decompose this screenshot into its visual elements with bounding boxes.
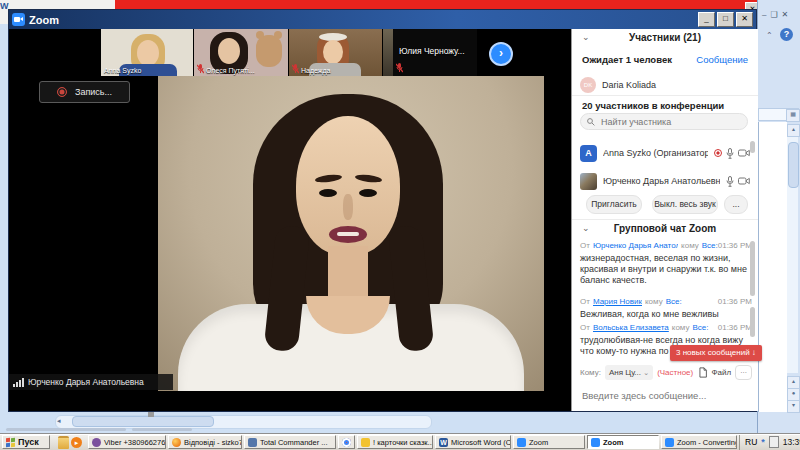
help-icon[interactable]: ? — [780, 28, 793, 41]
search-participant-field[interactable] — [580, 113, 748, 130]
chat-scrollbar[interactable] — [750, 241, 755, 296]
from-label: От — [580, 241, 590, 250]
invite-button[interactable]: Пригласить — [586, 195, 642, 214]
folder-quicklaunch-icon[interactable] — [58, 436, 69, 449]
word-page-sliver — [758, 122, 787, 412]
video-thumbnail-anna[interactable]: Anna Syzko — [101, 29, 194, 76]
speaker-name: Юрченко Дарья Анатольевна — [28, 377, 144, 387]
word-hscroll-thumb[interactable] — [72, 416, 214, 427]
chat-compose-bar: Кому: Аня Цу... ⌄ (Частное) Файл ... — [580, 365, 752, 380]
record-icon — [57, 87, 67, 97]
taskbar-button-chrome[interactable] — [338, 435, 355, 449]
recipient-all: Все: — [702, 241, 718, 250]
woman-neck — [328, 246, 368, 301]
page-down-icon[interactable]: ▾ — [787, 400, 800, 413]
recording-label: Запись... — [75, 87, 112, 97]
taskbar-button-label: Zoom - Converting... — [677, 438, 737, 447]
compose-to-label: Кому: — [580, 368, 601, 377]
recording-indicator-icon — [714, 149, 722, 157]
word-vscroll-thumb[interactable] — [788, 142, 799, 188]
taskbar-button-zoom1[interactable]: Zoom — [513, 435, 585, 449]
start-button[interactable]: Пуск — [2, 435, 50, 449]
muted-mic-icon — [292, 64, 299, 74]
participant-row-yurchenko[interactable]: Юрченко Дарья Анатольевна — [580, 169, 750, 193]
scroll-left-icon[interactable]: ◂ — [57, 416, 67, 426]
mic-icon[interactable] — [726, 148, 734, 159]
sender-name[interactable]: Мария Новик — [593, 297, 642, 306]
taskbar-button-viber[interactable]: Viber +380966276... — [88, 435, 166, 449]
status-text-blur — [6, 428, 126, 431]
recipient-dropdown[interactable]: Аня Цу... ⌄ — [605, 365, 653, 380]
system-tray: RU * 13:39 — [739, 435, 800, 450]
recipient-all: Все: — [666, 297, 682, 306]
camera-icon[interactable] — [738, 177, 750, 185]
camera-icon[interactable] — [738, 149, 750, 157]
taskbar-button-firefox[interactable]: Відповіді - sizko71... — [168, 435, 242, 449]
main-video-feed[interactable] — [158, 76, 544, 391]
recipient-value: Аня Цу... — [609, 368, 641, 377]
sender-name[interactable]: Вольська Елизавета — [593, 323, 669, 332]
message-link[interactable]: Сообщение — [696, 54, 748, 65]
media-player-quicklaunch-icon[interactable]: ▸ — [71, 437, 82, 448]
scroll-up-icon[interactable]: ▴ — [787, 124, 800, 137]
taskbar-button-total-commander[interactable]: Total Commander ... — [244, 435, 336, 449]
mute-all-button[interactable]: Выкл. весь звук — [652, 195, 718, 214]
muted-mic-icon — [396, 63, 403, 73]
sender-name[interactable]: Юрченко Дарья Анатоль... — [593, 241, 678, 250]
zoom-titlebar[interactable]: Zoom _ □ ✕ — [9, 10, 756, 29]
to-label: кому — [645, 297, 663, 306]
recording-badge[interactable]: Запись... — [39, 81, 130, 103]
new-messages-button[interactable]: 3 новых сообщений ↓ — [670, 345, 762, 361]
mic-icon[interactable] — [726, 176, 734, 187]
woman-eye — [359, 189, 377, 197]
clipboard-tray-icon[interactable] — [769, 436, 779, 448]
file-icon[interactable] — [699, 367, 707, 378]
taskbar-button-word[interactable]: W Microsoft Word (C... — [435, 435, 511, 449]
thumb-figure-face — [323, 40, 343, 64]
taskbar-button-label: Microsoft Word (C... — [451, 438, 511, 447]
taskbar-button-cards[interactable]: ! карточки сказк... — [357, 435, 433, 449]
taskbar-button-zoom2-active[interactable]: Zoom — [587, 435, 659, 449]
maximize-button[interactable]: □ — [717, 12, 734, 27]
thumbnail-name: Надежда — [301, 67, 331, 74]
participants-title: Участники (21) — [572, 32, 758, 43]
video-thumbnail-nadezhda[interactable]: Надежда — [289, 29, 383, 76]
waiting-user-row[interactable]: DK Daria Koliada — [580, 73, 750, 97]
avatar: DK — [580, 77, 596, 93]
tray-app-icon[interactable]: * — [761, 437, 765, 447]
minimize-button[interactable]: _ — [698, 12, 715, 27]
close-button[interactable]: ✕ — [736, 12, 753, 27]
chat-message-input[interactable] — [580, 389, 752, 402]
word-icon: W — [439, 438, 448, 447]
compose-more-button[interactable]: ... — [735, 365, 752, 380]
chevron-down-icon: ⌄ — [643, 369, 649, 376]
video-thumbnail-yulia[interactable]: Юлия Черножу... — [383, 29, 478, 76]
to-label: кому — [672, 323, 690, 332]
ruler-toggle-icon[interactable]: ▦ — [786, 109, 800, 122]
video-area: Anna Syzko Олеся Путяті... — [9, 29, 571, 411]
chat-message-body: Вежливая, когда ко мне вежливы — [580, 309, 750, 320]
taskbar-button-label: Відповіді - sizko71... — [184, 438, 242, 447]
background-window-controls[interactable]: ‒❑✕ — [762, 10, 792, 19]
next-videos-button[interactable]: › — [489, 42, 513, 66]
participant-row-anna[interactable]: A Anna Syzko (Организатор, я) — [580, 141, 750, 165]
status-text-blur — [132, 428, 192, 431]
ribbon-collapse-icon[interactable]: ⌃ — [766, 31, 773, 40]
video-thumbnail-olesya[interactable]: Олеся Путяті... — [194, 29, 289, 76]
from-label: От — [580, 297, 590, 306]
taskbar: Пуск ▸ Viber +380966276... Відповіді - s… — [0, 433, 800, 450]
chat-scrollbar[interactable] — [750, 307, 755, 337]
from-label: От — [580, 323, 590, 332]
thumb-figure-face — [137, 40, 159, 66]
taskbar-button-label: ! карточки сказк... — [373, 438, 433, 447]
language-indicator[interactable]: RU — [745, 437, 757, 447]
taskbar-button-label: Zoom — [529, 438, 548, 447]
file-button[interactable]: Файл — [712, 368, 732, 377]
message-time: 01:36 PM — [718, 297, 752, 306]
search-input[interactable] — [599, 116, 733, 128]
participants-more-button[interactable]: ... — [724, 195, 748, 214]
woman-lips — [329, 226, 367, 243]
zoom-app-icon — [12, 13, 25, 26]
participants-scrollbar[interactable] — [750, 141, 755, 153]
taskbar-button-zoom-converting[interactable]: Zoom - Converting... — [661, 435, 737, 449]
